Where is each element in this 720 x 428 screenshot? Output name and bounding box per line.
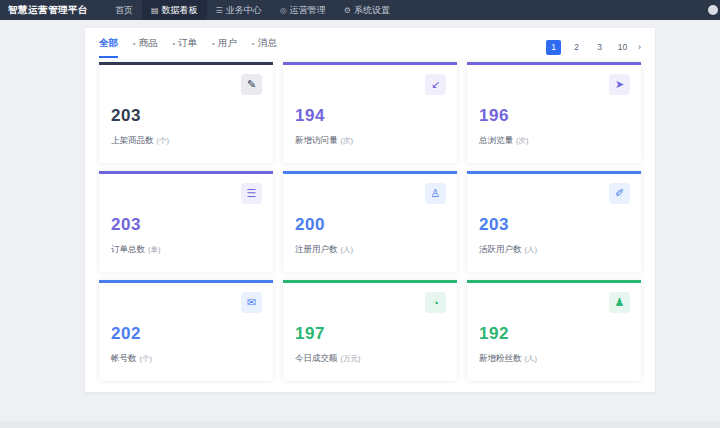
stat-value: 192 xyxy=(479,324,629,344)
stat-value: 197 xyxy=(295,324,445,344)
tab-messages[interactable]: ▪ 消息 xyxy=(252,37,277,56)
member-icon: ♟ xyxy=(609,292,630,313)
stat-card-orders[interactable]: ☰ 203 订单总数(单) xyxy=(99,171,273,272)
tab-label: 全部 xyxy=(99,37,118,50)
gear-icon: ⚙ xyxy=(344,6,351,15)
stat-unit: (个) xyxy=(140,354,153,363)
stat-value: 194 xyxy=(295,106,445,126)
user-icon: ♙ xyxy=(425,183,446,204)
square-icon: ▪ xyxy=(133,39,136,48)
stat-card-products[interactable]: ✎ 203 上架商品数(个) xyxy=(99,62,273,163)
stat-card-registered-users[interactable]: ♙ 200 注册用户数(人) xyxy=(283,171,457,272)
stat-unit: (次) xyxy=(341,136,354,145)
stat-card-followers[interactable]: ♟ 192 新增粉丝数(人) xyxy=(467,280,641,381)
stat-unit: (万元) xyxy=(341,354,361,363)
tab-users[interactable]: ▪ 用户 xyxy=(212,37,237,56)
list-icon: ☰ xyxy=(241,183,262,204)
stat-label: 今日成交额(万元) xyxy=(295,353,445,365)
grid-icon: ▤ xyxy=(151,6,159,15)
tab-label: 用户 xyxy=(218,37,237,50)
stat-card-grid: ✎ 203 上架商品数(个) ↙ 194 新增访问量(次) ➤ 196 总浏览量… xyxy=(85,58,655,381)
stat-unit: (个) xyxy=(157,136,170,145)
gauge-icon: ◔ xyxy=(425,292,446,313)
stat-value: 203 xyxy=(111,106,261,126)
square-icon: ▪ xyxy=(173,39,176,48)
square-icon: ▪ xyxy=(252,39,255,48)
stat-card-active-users[interactable]: ✐ 203 活跃用户数(人) xyxy=(467,171,641,272)
user-avatar[interactable] xyxy=(708,5,718,15)
tab-label: 订单 xyxy=(178,37,197,50)
page-button-1[interactable]: 1 xyxy=(546,40,561,55)
stat-value: 196 xyxy=(479,106,629,126)
stat-unit: (次) xyxy=(516,136,529,145)
target-icon: ◎ xyxy=(280,6,287,15)
page-button-3[interactable]: 3 xyxy=(592,40,607,55)
nav-item-label: 系统设置 xyxy=(354,4,390,17)
pen-icon: ✎ xyxy=(241,74,262,95)
panel-header: 全部 ▪ 商品 ▪ 订单 ▪ 用户 ▪ 消息 1 2 3 10 › xyxy=(85,28,655,58)
nav-item-operations[interactable]: ◎ 运营管理 xyxy=(271,0,335,20)
list-icon: ☰ xyxy=(216,6,223,15)
nav-item-label: 首页 xyxy=(115,4,133,17)
top-navbar: 智慧运营管理平台 首页 ▤ 数据看板 ☰ 业务中心 ◎ 运营管理 ⚙ 系统设置 xyxy=(0,0,720,20)
stat-label: 新增访问量(次) xyxy=(295,135,445,147)
pagination: 1 2 3 10 › xyxy=(546,40,641,55)
nav-item-label: 运营管理 xyxy=(290,4,326,17)
stat-label: 帐号数(个) xyxy=(111,353,261,365)
stat-card-revenue[interactable]: ◔ 197 今日成交额(万元) xyxy=(283,280,457,381)
cursor-icon: ➤ xyxy=(609,74,630,95)
stat-unit: (单) xyxy=(148,245,161,254)
content-panel: 全部 ▪ 商品 ▪ 订单 ▪ 用户 ▪ 消息 1 2 3 10 › xyxy=(85,28,655,392)
nav-item-settings[interactable]: ⚙ 系统设置 xyxy=(335,0,399,20)
page-button-2[interactable]: 2 xyxy=(569,40,584,55)
square-icon: ▪ xyxy=(212,39,215,48)
stat-value: 202 xyxy=(111,324,261,344)
tab-orders[interactable]: ▪ 订单 xyxy=(173,37,198,56)
stat-value: 203 xyxy=(479,215,629,235)
nav-item-label: 数据看板 xyxy=(162,4,198,17)
stat-label: 活跃用户数(人) xyxy=(479,244,629,256)
page-button-10[interactable]: 10 xyxy=(615,40,630,55)
nav-item-dashboard[interactable]: ▤ 数据看板 xyxy=(142,0,207,20)
edit-icon: ✐ xyxy=(609,183,630,204)
nav-item-business[interactable]: ☰ 业务中心 xyxy=(207,0,271,20)
stat-card-visits[interactable]: ↙ 194 新增访问量(次) xyxy=(283,62,457,163)
tab-products[interactable]: ▪ 商品 xyxy=(133,37,158,56)
stat-label: 新增粉丝数(人) xyxy=(479,353,629,365)
stat-label: 订单总数(单) xyxy=(111,244,261,256)
tab-label: 商品 xyxy=(139,37,158,50)
tab-all[interactable]: 全部 xyxy=(99,37,118,58)
app-logo: 智慧运营管理平台 xyxy=(8,4,88,17)
stat-unit: (人) xyxy=(525,354,538,363)
nav-item-label: 业务中心 xyxy=(226,4,262,17)
stat-label: 上架商品数(个) xyxy=(111,135,261,147)
page-bottom-strip xyxy=(0,421,720,428)
tab-label: 消息 xyxy=(258,37,277,50)
next-page-icon[interactable]: › xyxy=(638,42,641,52)
stat-value: 200 xyxy=(295,215,445,235)
stat-card-accounts[interactable]: ✉ 202 帐号数(个) xyxy=(99,280,273,381)
stat-unit: (人) xyxy=(341,245,354,254)
stat-label: 注册用户数(人) xyxy=(295,244,445,256)
chart-line-icon: ↙ xyxy=(425,74,446,95)
stat-unit: (人) xyxy=(525,245,538,254)
stat-value: 203 xyxy=(111,215,261,235)
stat-card-pageviews[interactable]: ➤ 196 总浏览量(次) xyxy=(467,62,641,163)
nav-item-home[interactable]: 首页 xyxy=(106,0,142,20)
stat-label: 总浏览量(次) xyxy=(479,135,629,147)
mail-icon: ✉ xyxy=(241,292,262,313)
filter-tabs: 全部 ▪ 商品 ▪ 订单 ▪ 用户 ▪ 消息 xyxy=(99,37,277,58)
